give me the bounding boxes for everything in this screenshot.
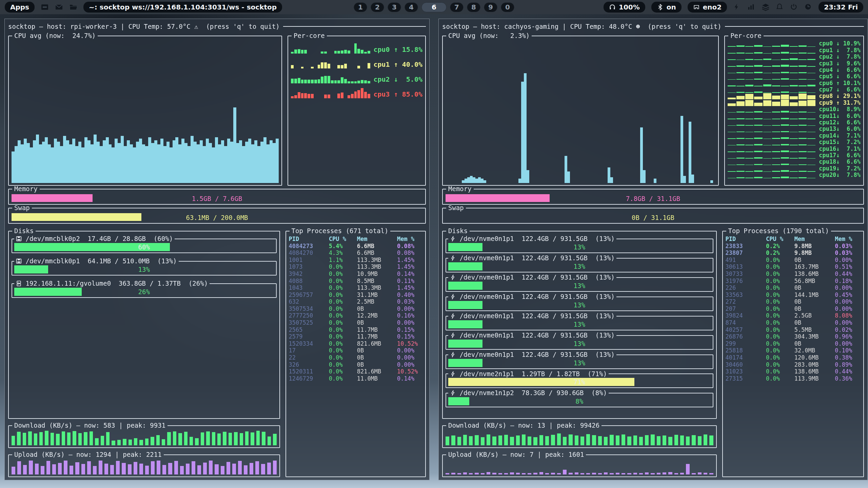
download-bar <box>487 434 490 445</box>
sparkline-bar <box>763 178 771 178</box>
download-bar <box>251 432 254 445</box>
mail-icon[interactable] <box>55 3 63 11</box>
download-bar <box>651 434 654 445</box>
core-label: cpu5 ↓ 6.6% <box>819 73 861 80</box>
bolt-icon <box>450 236 456 242</box>
network-pill[interactable]: eno2 <box>688 2 727 13</box>
terminal-window-cachyos-gaming[interactable]: socktop — host: cachyos-gaming | CPU Tem… <box>438 19 868 480</box>
power-icon[interactable] <box>790 3 798 11</box>
sparkline-bar <box>304 80 307 83</box>
process-cell: 0.89% <box>835 361 861 368</box>
workspace-button[interactable]: 1 <box>354 2 367 12</box>
sparkline-bar <box>291 79 294 83</box>
process-cell: 0B <box>794 257 835 264</box>
upload-bar <box>12 467 15 474</box>
workspace-button[interactable]: 4 <box>405 2 418 12</box>
memory-bar: 7.8GB / 31.1GB <box>446 194 861 202</box>
workspace-button[interactable]: 8 <box>467 2 480 12</box>
sparkline-bar <box>368 94 370 98</box>
disk-entry: /dev/nvme0n1p1 122.4GB / 931.5GB (13%)13… <box>446 313 713 330</box>
download-bar <box>234 432 237 445</box>
disk-usage-bar: 13% <box>448 340 711 348</box>
download-bar <box>262 432 265 445</box>
upload-bar <box>522 473 526 474</box>
core-label: cpu20↓ 7.8% <box>819 171 861 178</box>
sparkline-bar <box>294 79 297 83</box>
upload-bar <box>58 463 62 474</box>
download-bar <box>145 439 149 445</box>
usage-bars-icon[interactable] <box>747 3 755 11</box>
sparkline-bar <box>304 93 307 98</box>
workspace-button[interactable]: 2 <box>371 2 384 12</box>
cpu-history-bar <box>84 137 87 183</box>
sparkline-bar <box>328 76 330 83</box>
process-cell: 0.00% <box>397 361 422 368</box>
process-cell: 2579 <box>289 333 329 340</box>
download-bar <box>575 435 578 445</box>
process-cell: 0.11% <box>397 278 422 285</box>
power-profile-icon[interactable] <box>733 3 741 11</box>
download-bar <box>73 431 76 445</box>
bluetooth-pill[interactable]: on <box>651 2 682 13</box>
swap-box: Swap0B / 31.1GB <box>442 205 864 224</box>
sparkline-bar <box>790 96 798 100</box>
core-row: cpu4 ↓ 6.6% <box>728 67 861 73</box>
cpu-history-bar <box>170 147 173 183</box>
core-sparkline <box>728 93 815 99</box>
layers-icon[interactable] <box>762 3 770 11</box>
focused-window-title[interactable]: ~: socktop ws://192.168.1.104:3031/ws - … <box>83 2 282 13</box>
core-label: cpu18↓ 6.6% <box>819 158 861 165</box>
sparkline-bar <box>736 96 745 100</box>
upload-bar <box>475 473 478 474</box>
process-cell: 0.00% <box>835 298 861 305</box>
terminal-window-rpi-worker-3[interactable]: socktop — host: rpi-worker-3 | CPU Temp:… <box>4 19 430 480</box>
download-bar <box>522 434 526 445</box>
notifications-bell-icon[interactable] <box>776 3 784 11</box>
sparkline-bar <box>351 81 354 83</box>
apps-button[interactable]: Apps <box>5 2 35 13</box>
cpu-history-bar <box>610 177 613 183</box>
disk-usage-bar: 13% <box>14 265 274 273</box>
core-row: cpu12↓ 6.6% <box>728 119 861 126</box>
workspace-button[interactable]: 3 <box>388 2 401 12</box>
host-title: socktop — host: cachyos-gaming | CPU Tem… <box>442 23 722 30</box>
process-cell: 4.3% <box>329 249 357 257</box>
window-icon[interactable] <box>41 3 49 11</box>
process-cell: 0.51% <box>835 263 861 270</box>
disk-usage-bar: 13% <box>448 320 711 328</box>
sparkline-bar <box>298 49 300 54</box>
folder-icon[interactable] <box>69 3 77 11</box>
process-cell: 138.6MB <box>794 270 835 278</box>
download-bar <box>217 433 221 445</box>
process-cell: 4084270 <box>289 249 329 257</box>
bottom-row: Disks /dev/nvme0n1p1 122.4GB / 931.5GB (… <box>442 228 864 477</box>
volume-level: 100% <box>619 3 640 11</box>
download-bar <box>709 435 713 445</box>
disk-usage-icon[interactable] <box>804 3 812 11</box>
cpu-history-bar <box>15 146 18 183</box>
bolt-icon <box>450 255 456 262</box>
upload-graph <box>446 459 713 474</box>
process-column-header: Mem <box>794 236 835 243</box>
upload-bar <box>651 473 654 475</box>
clock-pill[interactable]: 23:32 Fri <box>818 2 863 13</box>
workspace-button[interactable]: 7 <box>450 2 463 12</box>
workspace-button[interactable]: 0 <box>501 2 514 12</box>
workspace-button[interactable]: 6 <box>421 2 447 12</box>
core-label: cpu12↓ 6.6% <box>819 119 861 126</box>
process-cell: 0.0% <box>766 347 794 354</box>
upload-bar <box>203 463 207 474</box>
download-bar <box>184 432 188 445</box>
sparkline-bar <box>357 81 360 83</box>
cpu-history-bar <box>136 142 139 183</box>
core-sparkline <box>728 139 815 145</box>
download-bar <box>545 436 549 445</box>
download-bar <box>245 431 249 445</box>
disk-usage-bar-text: 13% <box>448 243 711 251</box>
process-cell: 3942 <box>289 270 329 278</box>
upload-bar <box>226 462 230 474</box>
volume-pill[interactable]: 100% <box>604 2 645 13</box>
workspace-button[interactable]: 9 <box>484 2 497 12</box>
cpu-history-bar <box>184 143 188 183</box>
core-row: cpu8 ↓ 29.1% <box>728 93 861 99</box>
